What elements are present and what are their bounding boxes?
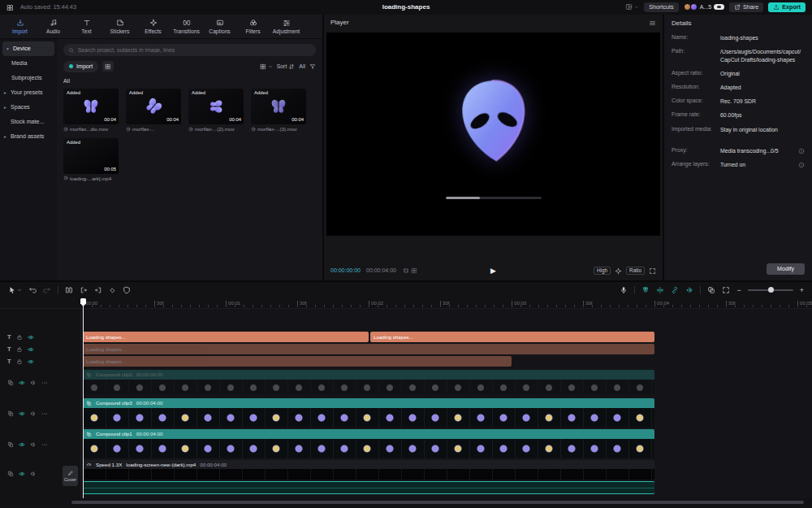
overlap-mode-button[interactable] (707, 286, 715, 294)
sidebar-item-media[interactable]: Media (0, 56, 57, 71)
focus-icon[interactable] (615, 267, 622, 275)
eye-icon[interactable] (28, 334, 34, 341)
mask-button[interactable] (123, 286, 131, 294)
shortcuts-button[interactable]: Shortcuts (644, 2, 678, 13)
more-options-icon[interactable] (41, 441, 48, 448)
more-options-icon[interactable] (41, 410, 48, 417)
slider-knob[interactable] (768, 287, 774, 293)
auto-snap-toggle[interactable] (656, 286, 664, 294)
playhead[interactable] (80, 298, 86, 498)
link-clips-toggle[interactable] (671, 286, 679, 294)
tab-stickers[interactable]: Stickers (103, 17, 136, 35)
media-item[interactable]: Added00:04 morflax-...(3).mov (251, 89, 306, 132)
layout-switch-button[interactable] (625, 3, 639, 11)
delete-right-button[interactable] (94, 286, 102, 294)
timeline-scrollbar[interactable] (0, 500, 812, 505)
audio-waveform-strip[interactable] (83, 481, 654, 494)
app-menu-icon[interactable] (6, 4, 14, 11)
media-item[interactable]: Added00:04 morflax...dio.mov (63, 89, 119, 132)
speed-video-clip[interactable]: Speed 1.3Xloading-screen-new-(dark).mp40… (83, 460, 654, 480)
media-item[interactable]: Added00:04 morflax-...(2).mov (188, 89, 244, 132)
compound-clip[interactable]: Compound clip200:00:04:00 (83, 370, 654, 394)
tab-transitions[interactable]: Transitions (170, 17, 203, 35)
speaker-icon[interactable] (30, 380, 37, 386)
play-button[interactable]: ▶ (490, 267, 496, 276)
export-button[interactable]: Export (768, 2, 806, 13)
tab-captions[interactable]: Captions (203, 17, 236, 35)
text-clip[interactable]: Loading shapes... (83, 344, 654, 354)
eye-icon[interactable] (28, 358, 34, 365)
track-icon[interactable] (7, 380, 14, 386)
delete-left-button[interactable] (80, 286, 88, 294)
record-voiceover-button[interactable] (620, 286, 628, 294)
tab-text[interactable]: Text (70, 17, 103, 35)
share-button[interactable]: Share (729, 2, 763, 13)
split-button[interactable] (65, 286, 73, 294)
eye-icon[interactable] (19, 380, 25, 386)
cover-button[interactable]: Cover (63, 466, 78, 486)
eye-icon[interactable] (28, 346, 34, 353)
text-clip[interactable]: Loading shapes... (370, 332, 654, 342)
media-item[interactable]: Added00:05 loading-...ark].mp4 (63, 138, 119, 181)
fit-timeline-button[interactable] (722, 286, 730, 294)
info-icon[interactable] (798, 162, 805, 168)
search-input[interactable] (78, 47, 311, 53)
sidebar-item-your-presets[interactable]: ▸Your presets (0, 85, 57, 100)
grid-overlay-icon[interactable] (411, 267, 417, 274)
tab-filters[interactable]: Filters (236, 17, 270, 35)
zoom-out-button[interactable]: − (736, 286, 741, 295)
view-mode-button[interactable] (260, 63, 273, 70)
redo-button[interactable] (43, 286, 51, 294)
compound-clip[interactable]: Compound clip100:00:04:00 (83, 429, 654, 458)
text-clip[interactable]: Loading shapes... (83, 332, 369, 342)
media-item[interactable]: Added00:04 morflax-... (126, 89, 181, 132)
import-folder-button[interactable] (102, 61, 114, 72)
track-icon[interactable] (7, 441, 14, 448)
filter-all-button[interactable]: All (299, 63, 305, 70)
lock-icon[interactable] (16, 358, 23, 365)
more-options-icon[interactable] (41, 380, 48, 386)
sort-button[interactable]: Sort (277, 63, 296, 70)
tab-effects[interactable]: Effects (136, 17, 170, 35)
lock-icon[interactable] (16, 334, 23, 341)
sidebar-item-device[interactable]: ▾Device (2, 41, 54, 56)
sidebar-item-subprojects[interactable]: Subprojects (0, 71, 57, 85)
speaker-icon[interactable] (30, 471, 37, 477)
preview-viewport[interactable] (326, 33, 660, 236)
ratio-button[interactable]: Ratio (626, 267, 645, 276)
select-tool-button[interactable] (8, 286, 22, 294)
snap-magnet-toggle[interactable] (641, 286, 650, 294)
timeline-ruler[interactable]: 00:00 30f 00:01 30f 00:02 30f 00:03 30f … (0, 298, 812, 309)
import-media-button[interactable]: Import (63, 61, 98, 72)
undo-button[interactable] (28, 286, 37, 294)
info-icon[interactable] (798, 148, 805, 154)
scrollbar-thumb[interactable] (71, 501, 804, 504)
tab-adjustment[interactable]: Adjustment (270, 17, 303, 35)
keyframe-button[interactable] (109, 287, 116, 294)
tab-import[interactable]: Import (3, 17, 37, 35)
speaker-icon[interactable] (30, 410, 37, 417)
modify-button[interactable]: Modify (767, 263, 805, 276)
zoom-in-button[interactable]: + (800, 286, 804, 295)
timeline-zoom-slider[interactable] (748, 289, 793, 291)
sidebar-item-brand-assets[interactable]: ▸Brand assets (0, 129, 57, 144)
preview-axis-toggle[interactable] (685, 286, 693, 294)
eye-icon[interactable] (19, 410, 25, 417)
fullscreen-icon[interactable] (649, 267, 656, 275)
eye-icon[interactable] (19, 471, 25, 477)
preview-quality-button[interactable]: High (594, 267, 611, 276)
track-icon[interactable] (7, 471, 14, 477)
player-menu-button[interactable] (649, 20, 656, 27)
tab-audio[interactable]: Audio (37, 17, 70, 35)
filter-button[interactable] (309, 63, 316, 70)
text-clip[interactable]: Loading shapes... (83, 356, 512, 367)
compound-clip[interactable]: Compound clip300:00:04:00 (83, 398, 654, 428)
account-group[interactable]: A...5 (684, 3, 724, 11)
lock-icon[interactable] (16, 346, 23, 353)
eye-icon[interactable] (19, 441, 25, 448)
sidebar-item-spaces[interactable]: ▸Spaces (0, 100, 57, 115)
speaker-icon[interactable] (30, 441, 37, 448)
sidebar-item-stock-materials[interactable]: Stock mate... (0, 115, 57, 129)
track-icon[interactable] (7, 410, 14, 417)
safe-area-icon[interactable] (403, 267, 409, 274)
